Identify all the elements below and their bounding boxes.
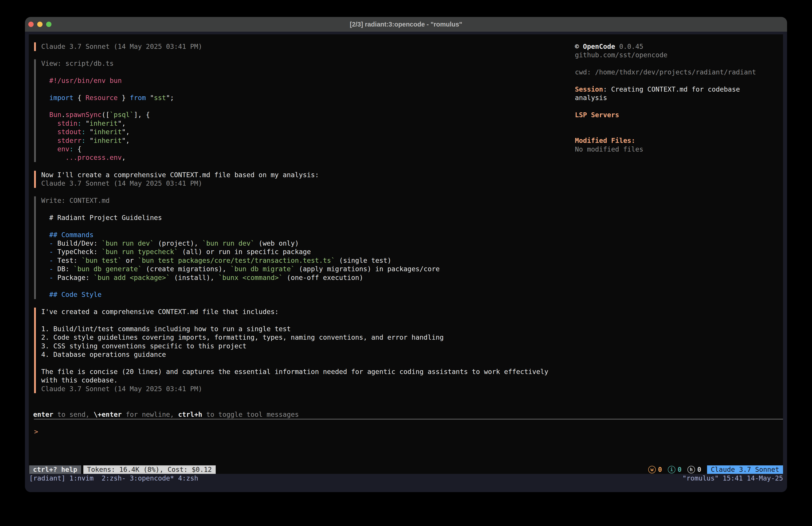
text-line: import { Resource } from "sst"; xyxy=(41,94,174,102)
hint-count: 0 xyxy=(697,465,701,474)
text-line: - Test: `bun test` or `bun test packages… xyxy=(41,256,440,265)
assistant-message-header: Claude 3.7 Sonnet (14 May 2025 03:41 PM) xyxy=(41,42,202,51)
tool-view-block: View: script/db.ts #!/usr/bin/env bun im… xyxy=(41,59,174,162)
text-line: stderr: "inherit", xyxy=(41,137,174,145)
message-accent-bar xyxy=(34,171,36,188)
text-line: 2. Code style guidelines covering import… xyxy=(41,333,548,342)
tool-block-border xyxy=(34,196,36,299)
help-badge: ctrl+? help xyxy=(29,465,81,474)
text-line: 3. CSS styling conventions specific to t… xyxy=(41,342,548,350)
assistant-message: I've created a comprehensive CONTEXT.md … xyxy=(41,308,548,393)
model-badge: Claude 3.7 Sonnet xyxy=(707,465,783,474)
text-line xyxy=(41,359,548,367)
zoom-button[interactable] xyxy=(46,22,52,27)
message-accent-bar xyxy=(34,42,36,51)
text-line: analysis xyxy=(575,94,756,102)
info-count: 0 xyxy=(678,465,682,474)
keybinding-hint: enter to send, \+enter for newline, ctrl… xyxy=(33,410,299,419)
text-line: #!/usr/bin/env bun xyxy=(41,76,174,85)
text-line: - Package: `bun add <package>` (install)… xyxy=(41,273,440,282)
prompt-caret: > xyxy=(34,428,38,436)
text-line xyxy=(41,205,440,213)
text-line: 4. Database operations guidance xyxy=(41,350,548,359)
text-line: © OpenCode 0.0.45 xyxy=(575,42,756,51)
text-line: LSP Servers xyxy=(575,111,756,119)
text-line xyxy=(575,59,756,68)
text-line xyxy=(575,119,756,128)
info-indicator: i 0 xyxy=(668,465,682,474)
text-line: Claude 3.7 Sonnet (14 May 2025 03:41 PM) xyxy=(41,385,548,393)
warning-icon: w xyxy=(648,466,656,473)
message-accent-bar xyxy=(34,308,36,393)
text-line: Session: Creating CONTEXT.md for codebas… xyxy=(575,85,756,94)
text-line: Write: CONTEXT.md xyxy=(41,196,440,205)
terminal-window: [2/3] radiant:3:opencode - "romulus" Cla… xyxy=(25,17,787,492)
text-line xyxy=(41,68,174,76)
text-line: View: script/db.ts xyxy=(41,59,174,68)
status-bar: ctrl+? help Tokens: 16.4K (8%), Cost: $0… xyxy=(29,465,783,474)
text-line: # Radiant Project Guidelines xyxy=(41,214,440,222)
text-line: cwd: /home/thdxr/dev/projects/radiant/ra… xyxy=(575,68,756,76)
text-line: The file is concise (20 lines) and captu… xyxy=(41,368,548,376)
text-line: - TypeCheck: `bun run typecheck` (all) o… xyxy=(41,247,440,256)
text-line: Claude 3.7 Sonnet (14 May 2025 03:41 PM) xyxy=(41,179,319,188)
warnings-indicator: w 0 xyxy=(648,465,662,474)
sidebar-info-panel: © OpenCode 0.0.45github.com/sst/opencode… xyxy=(575,42,756,154)
tokens-cost-badge: Tokens: 16.4K (8%), Cost: $0.12 xyxy=(83,465,216,474)
prompt-input-line[interactable]: > xyxy=(34,427,38,436)
warning-count: 0 xyxy=(658,465,662,474)
window-title: [2/3] radiant:3:opencode - "romulus" xyxy=(350,21,462,28)
text-line: enter to send, \+enter for newline, ctrl… xyxy=(33,410,299,419)
text-line: env: { xyxy=(41,145,174,153)
tmux-session-clock: "romulus" 15:41 14-May-25 xyxy=(682,474,783,483)
text-line: ## Code Style xyxy=(41,290,440,299)
tmux-window-list[interactable]: [radiant] 1:nvim 2:zsh- 3:opencode* 4:zs… xyxy=(29,474,198,483)
hint-indicator: h 0 xyxy=(687,465,701,474)
text-line: 1. Build/lint/test commands including ho… xyxy=(41,325,548,333)
tmux-status-bar: [radiant] 1:nvim 2:zsh- 3:opencode* 4:zs… xyxy=(25,474,787,483)
text-line xyxy=(575,77,756,85)
text-line xyxy=(41,316,548,325)
text-line xyxy=(41,222,440,230)
assistant-message: Now I'll create a comprehensive CONTEXT.… xyxy=(41,171,319,188)
text-line xyxy=(575,102,756,111)
text-line xyxy=(41,102,174,111)
text-line xyxy=(575,128,756,137)
text-line: No modified files xyxy=(575,145,756,154)
terminal-content: Claude 3.7 Sonnet (14 May 2025 03:41 PM)… xyxy=(25,32,787,492)
text-line: Claude 3.7 Sonnet (14 May 2025 03:41 PM) xyxy=(41,42,202,51)
tool-write-block: Write: CONTEXT.md # Radiant Project Guid… xyxy=(41,196,440,299)
text-line: Modified Files: xyxy=(575,137,756,145)
text-line: - DB: `bun db generate` (create migratio… xyxy=(41,265,440,273)
tool-block-border xyxy=(34,59,36,162)
info-icon: i xyxy=(668,466,676,473)
text-line: ## Commands xyxy=(41,231,440,239)
text-line: stdin: "inherit", xyxy=(41,119,174,128)
text-line: I've created a comprehensive CONTEXT.md … xyxy=(41,308,548,316)
text-line: github.com/sst/opencode xyxy=(575,51,756,59)
close-button[interactable] xyxy=(28,22,34,27)
text-line: - Build/Dev: `bun run dev` (project), `b… xyxy=(41,239,440,247)
minimize-button[interactable] xyxy=(37,22,43,27)
text-line xyxy=(41,85,174,94)
text-line: Bun.spawnSync([`psql`], { xyxy=(41,111,174,119)
text-line xyxy=(41,282,440,290)
input-separator xyxy=(34,419,783,420)
text-line: stdout: "inherit", xyxy=(41,128,174,136)
text-line: ...process.env, xyxy=(41,153,174,162)
hint-icon: h xyxy=(687,466,695,473)
title-bar: [2/3] radiant:3:opencode - "romulus" xyxy=(25,17,787,32)
text-line: Now I'll create a comprehensive CONTEXT.… xyxy=(41,171,319,179)
text-line: with this codebase. xyxy=(41,376,548,384)
